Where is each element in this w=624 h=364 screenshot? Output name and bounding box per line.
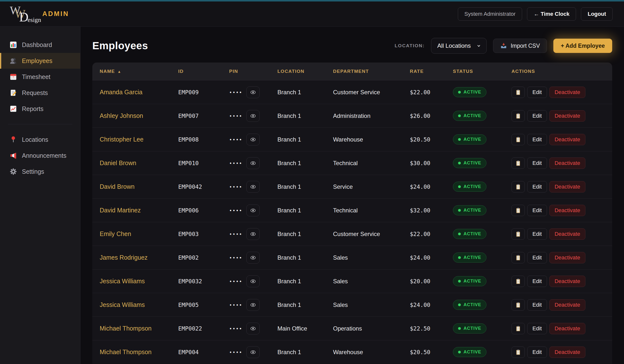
column-header-status[interactable]: STATUS	[453, 69, 512, 74]
employee-location: Branch 1	[277, 231, 333, 237]
status-badge: ACTIVE	[453, 253, 486, 263]
employee-name[interactable]: Ashley Johnson	[92, 112, 178, 119]
location-select[interactable]: All Locations	[431, 38, 487, 54]
timesheet-clipboard-button[interactable]	[512, 205, 525, 216]
reveal-pin-button[interactable]	[246, 275, 260, 287]
reveal-pin-button[interactable]	[246, 299, 260, 311]
edit-button[interactable]: Edit	[527, 346, 547, 358]
deactivate-button[interactable]: Deactivate	[549, 346, 585, 358]
reveal-pin-button[interactable]	[246, 86, 260, 98]
timesheet-clipboard-button[interactable]	[512, 110, 525, 122]
reveal-pin-button[interactable]	[246, 205, 260, 216]
timesheet-clipboard-button[interactable]	[512, 157, 525, 169]
deactivate-button[interactable]: Deactivate	[549, 252, 585, 263]
employee-id: EMP0022	[178, 325, 229, 332]
employee-name[interactable]: Christopher Lee	[92, 136, 178, 143]
reveal-pin-button[interactable]	[246, 252, 260, 263]
time-clock-button[interactable]: ← Time Clock	[527, 7, 576, 21]
employee-name[interactable]: David Martinez	[92, 207, 178, 214]
add-employee-button[interactable]: + Add Employee	[553, 39, 612, 53]
edit-button[interactable]: Edit	[527, 252, 547, 263]
deactivate-button[interactable]: Deactivate	[549, 323, 585, 334]
edit-button[interactable]: Edit	[527, 323, 547, 334]
inbox-import-icon	[500, 42, 507, 49]
edit-button[interactable]: Edit	[527, 157, 547, 169]
edit-button[interactable]: Edit	[527, 299, 547, 311]
employee-name[interactable]: Amanda Garcia	[92, 89, 178, 96]
sidebar-item-reports[interactable]: Reports	[0, 101, 80, 117]
sidebar-item-locations[interactable]: Locations	[0, 132, 80, 147]
edit-button[interactable]: Edit	[527, 134, 547, 145]
deactivate-button[interactable]: Deactivate	[549, 276, 585, 287]
sidebar-item-announcements[interactable]: Announcements	[0, 148, 80, 163]
edit-button[interactable]: Edit	[527, 228, 547, 240]
sidebar-item-employees[interactable]: Employees	[0, 53, 80, 69]
reveal-pin-button[interactable]	[246, 228, 260, 240]
employee-status-cell: ACTIVE	[453, 111, 512, 121]
sidebar-item-label: Employees	[22, 57, 52, 64]
logout-button[interactable]: Logout	[581, 7, 613, 21]
sidebar-item-settings[interactable]: Settings	[0, 164, 80, 180]
employee-rate: $24.00	[410, 302, 453, 308]
timesheet-clipboard-button[interactable]	[512, 228, 525, 240]
sidebar-item-icon	[10, 89, 17, 97]
deactivate-button[interactable]: Deactivate	[549, 134, 585, 145]
sidebar-item-dashboard[interactable]: Dashboard	[0, 37, 80, 53]
employee-pin-cell: ••••	[229, 323, 277, 335]
employee-name[interactable]: James Rodriguez	[92, 254, 178, 261]
column-header-name[interactable]: NAME ▲	[92, 69, 178, 74]
timesheet-clipboard-button[interactable]	[512, 299, 525, 311]
pin-mask: ••••	[229, 208, 242, 213]
edit-button[interactable]: Edit	[527, 181, 547, 192]
edit-button[interactable]: Edit	[527, 276, 547, 287]
status-label: ACTIVE	[464, 90, 481, 95]
status-label: ACTIVE	[464, 113, 481, 118]
sidebar-item-timesheet[interactable]: Timesheet	[0, 69, 80, 85]
import-csv-button[interactable]: Import CSV	[493, 39, 547, 53]
table-row: Emily Chen EMP003 •••• Branch 1 Customer…	[92, 222, 612, 246]
column-header-pin[interactable]: PIN	[229, 69, 277, 74]
table-row: Christopher Lee EMP008 •••• Branch 1 War…	[92, 128, 612, 151]
edit-button[interactable]: Edit	[527, 205, 547, 216]
reveal-pin-button[interactable]	[246, 157, 260, 169]
deactivate-button[interactable]: Deactivate	[549, 228, 585, 240]
timesheet-clipboard-button[interactable]	[512, 252, 525, 263]
employee-name[interactable]: Michael Thompson	[92, 325, 178, 332]
reveal-pin-button[interactable]	[246, 134, 260, 145]
employee-pin-cell: ••••	[229, 205, 277, 216]
employee-id: EMP008	[178, 136, 229, 143]
column-header-rate[interactable]: RATE	[410, 69, 453, 74]
employee-name[interactable]: Jessica Williams	[92, 301, 178, 308]
employee-status-cell: ACTIVE	[453, 253, 512, 263]
timesheet-clipboard-button[interactable]	[512, 323, 525, 334]
employee-rate: $24.00	[410, 255, 453, 261]
deactivate-button[interactable]: Deactivate	[549, 157, 585, 169]
system-administrator-button[interactable]: System Administrator	[458, 7, 522, 21]
timesheet-clipboard-button[interactable]	[512, 87, 525, 98]
reveal-pin-button[interactable]	[246, 346, 260, 358]
employee-name[interactable]: Daniel Brown	[92, 159, 178, 167]
column-header-department[interactable]: DEPARTMENT	[333, 69, 410, 74]
employee-name[interactable]: David Brown	[92, 183, 178, 190]
reveal-pin-button[interactable]	[246, 110, 260, 122]
row-actions: Edit Deactivate	[512, 346, 612, 358]
column-header-location[interactable]: LOCATION	[277, 69, 333, 74]
deactivate-button[interactable]: Deactivate	[549, 205, 585, 216]
employee-name[interactable]: Michael Thompson	[92, 348, 178, 356]
timesheet-clipboard-button[interactable]	[512, 346, 525, 358]
reveal-pin-button[interactable]	[246, 181, 260, 193]
employee-name[interactable]: Emily Chen	[92, 230, 178, 237]
deactivate-button[interactable]: Deactivate	[549, 181, 585, 192]
column-header-id[interactable]: ID	[178, 69, 229, 74]
edit-button[interactable]: Edit	[527, 87, 547, 98]
deactivate-button[interactable]: Deactivate	[549, 110, 585, 122]
edit-button[interactable]: Edit	[527, 110, 547, 122]
employee-name[interactable]: Jessica Williams	[92, 278, 178, 285]
reveal-pin-button[interactable]	[246, 323, 260, 335]
timesheet-clipboard-button[interactable]	[512, 276, 525, 287]
deactivate-button[interactable]: Deactivate	[549, 87, 585, 98]
timesheet-clipboard-button[interactable]	[512, 181, 525, 192]
sidebar-item-requests[interactable]: Requests	[0, 85, 80, 101]
timesheet-clipboard-button[interactable]	[512, 134, 525, 145]
deactivate-button[interactable]: Deactivate	[549, 299, 585, 311]
